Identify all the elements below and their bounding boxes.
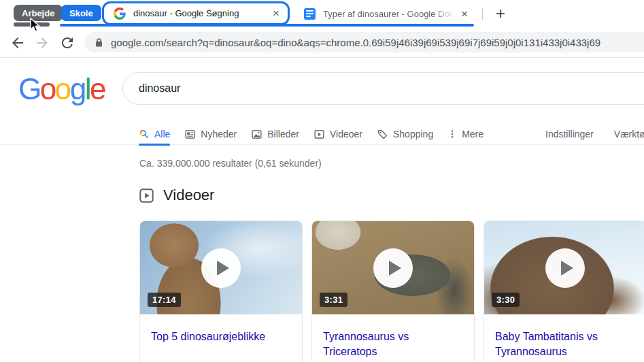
video-duration-badge: 3:30 (492, 293, 520, 307)
tools-link[interactable]: Værktøj (614, 123, 644, 145)
video-duration-badge: 3:31 (320, 293, 348, 307)
address-bar[interactable]: google.com/search?q=dinosaur&oq=dino&aqs… (84, 32, 644, 52)
nav-tab-label: Mere (462, 129, 484, 139)
tab-group-underline-arbejde (14, 22, 50, 27)
close-icon[interactable]: × (458, 7, 471, 21)
tab-group-chip-arbejde[interactable]: Arbejde (14, 5, 63, 21)
play-icon[interactable] (545, 248, 585, 288)
results-nav-bar: Alle Nyheder Billeder (0, 123, 644, 145)
tab-strip: Arbejde Skole dinosaur - Google Søgning … (0, 0, 644, 27)
forward-icon[interactable] (34, 35, 50, 51)
news-icon (184, 129, 196, 140)
tag-icon (377, 129, 388, 140)
videos-section-title: Videoer (163, 186, 214, 204)
tab-group-label: Skole (69, 8, 93, 18)
video-card[interactable]: 17:14 Top 5 dinosaurøjeblikke (139, 220, 303, 362)
nav-tab-label: Billeder (267, 129, 299, 139)
video-card[interactable]: 3:30 Baby Tambatitanis vs Tyrannosaurus (484, 220, 644, 362)
video-thumbnail[interactable]: 3:31 (312, 221, 474, 314)
nav-tab-label: Shopping (393, 129, 433, 139)
play-icon[interactable] (201, 248, 241, 288)
logo-letter: o (55, 72, 70, 105)
nav-tab-shopping[interactable]: Shopping (377, 123, 433, 145)
browser-window: Arbejde Skole dinosaur - Google Søgning … (0, 0, 644, 362)
play-icon[interactable] (373, 248, 413, 288)
docs-favicon-icon (304, 8, 316, 20)
search-query-text: dinosaur (139, 82, 180, 95)
video-icon (313, 129, 325, 140)
tab-separator (482, 8, 483, 20)
close-icon[interactable]: × (270, 6, 282, 20)
nav-tab-videoer[interactable]: Videoer (313, 123, 362, 145)
logo-letter: G (18, 72, 40, 105)
video-thumbnail[interactable]: 3:30 (484, 221, 644, 314)
logo-letter: o (40, 72, 55, 105)
nav-tab-label: Videoer (330, 129, 362, 139)
video-results-row: 17:14 Top 5 dinosaurøjeblikke 3:31 Tyran… (139, 220, 644, 362)
tab-title: dinosaur - Google Søgning (133, 8, 270, 18)
tab-title: Typer af dinosaurer - Google Dok (323, 9, 458, 19)
logo-letter: g (70, 72, 85, 105)
video-title-link[interactable]: Top 5 dinosaurøjeblikke (140, 314, 302, 344)
video-title-link[interactable]: Baby Tambatitanis vs Tyrannosaurus (484, 314, 644, 359)
videos-section-header: Videoer (139, 186, 214, 204)
logo-letter: e (90, 72, 105, 105)
nav-tab-label: Alle (154, 129, 170, 139)
nav-tab-billeder[interactable]: Billeder (251, 123, 299, 145)
nav-tab-nyheder[interactable]: Nyheder (184, 123, 237, 145)
videos-header-icon (139, 188, 154, 203)
result-stats: Ca. 339.000.000 resultater (0,61 sekunde… (139, 158, 322, 169)
search-icon (139, 129, 150, 139)
nav-tab-alle[interactable]: Alle (139, 123, 170, 145)
reload-icon[interactable] (59, 35, 75, 51)
tab-group-chip-skole[interactable]: Skole (61, 5, 101, 21)
video-duration-badge: 17:14 (148, 293, 181, 307)
search-results-page: Google dinosaur Alle (0, 59, 644, 362)
browser-toolbar: google.com/search?q=dinosaur&oq=dino&aqs… (0, 27, 644, 58)
google-logo[interactable]: Google (18, 72, 105, 106)
tab-group-label: Arbejde (22, 8, 54, 18)
tab-google-search[interactable]: dinosaur - Google Søgning × (102, 1, 290, 25)
back-icon[interactable] (10, 35, 26, 51)
images-icon (251, 129, 262, 140)
video-card[interactable]: 3:31 Tyrannosaurus vs Triceratops (311, 220, 475, 362)
nav-tab-label: Nyheder (201, 129, 237, 139)
tab-google-docs[interactable]: Typer af dinosaurer - Google Dok × (295, 3, 475, 24)
url-text: google.com/search?q=dinosaur&oq=dino&aqs… (111, 37, 600, 48)
google-favicon-icon (114, 7, 126, 20)
settings-link[interactable]: Indstillinger (545, 123, 594, 145)
video-thumbnail[interactable]: 17:14 (140, 221, 302, 314)
logo-letter: l (85, 72, 90, 105)
more-vertical-icon (447, 129, 457, 139)
search-input[interactable]: dinosaur (122, 72, 644, 105)
video-title-link[interactable]: Tyrannosaurus vs Triceratops (312, 314, 474, 359)
lock-icon[interactable] (95, 37, 103, 48)
nav-tab-mere[interactable]: Mere (447, 123, 484, 145)
new-tab-button[interactable]: + (491, 4, 510, 23)
